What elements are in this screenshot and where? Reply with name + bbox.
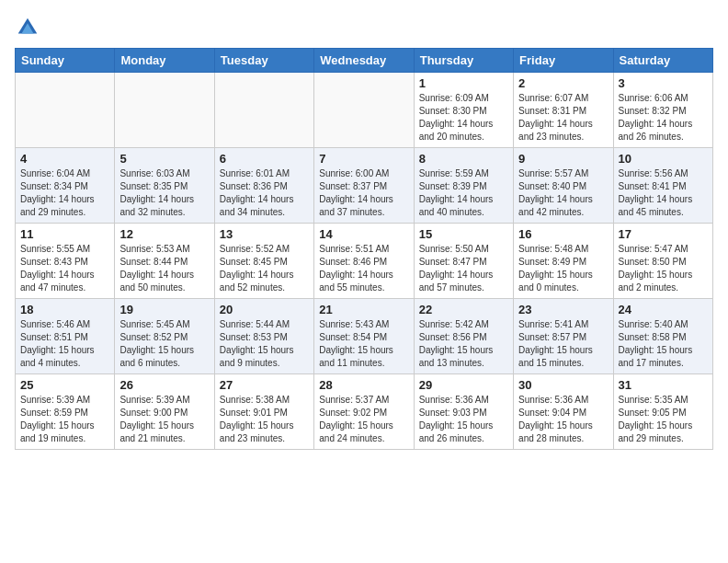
day-info: Sunrise: 6:01 AM Sunset: 8:36 PM Dayligh… [220, 167, 309, 219]
calendar-week: 1Sunrise: 6:09 AM Sunset: 8:30 PM Daylig… [16, 73, 713, 148]
day-info: Sunrise: 5:50 AM Sunset: 8:47 PM Dayligh… [419, 243, 508, 294]
day-number: 3 [619, 76, 708, 90]
calendar-cell [16, 73, 115, 148]
calendar-cell: 20Sunrise: 5:44 AM Sunset: 8:53 PM Dayli… [214, 299, 313, 374]
day-info: Sunrise: 5:40 AM Sunset: 8:58 PM Dayligh… [619, 318, 708, 370]
day-number: 5 [119, 152, 209, 166]
calendar-cell: 5Sunrise: 6:03 AM Sunset: 8:35 PM Daylig… [115, 148, 214, 224]
day-number: 29 [419, 378, 508, 392]
calendar-week: 4Sunrise: 6:04 AM Sunset: 8:34 PM Daylig… [16, 148, 713, 224]
calendar-cell: 16Sunrise: 5:48 AM Sunset: 8:49 PM Dayli… [514, 224, 613, 299]
day-info: Sunrise: 5:48 AM Sunset: 8:49 PM Dayligh… [518, 243, 608, 294]
day-number: 22 [419, 303, 508, 316]
day-number: 25 [20, 378, 109, 392]
day-number: 16 [518, 227, 608, 241]
day-info: Sunrise: 6:00 AM Sunset: 8:37 PM Dayligh… [319, 167, 408, 219]
logo-icon [15, 15, 40, 40]
calendar-cell: 10Sunrise: 5:56 AM Sunset: 8:41 PM Dayli… [613, 148, 712, 224]
day-info: Sunrise: 5:51 AM Sunset: 8:46 PM Dayligh… [319, 243, 408, 294]
day-info: Sunrise: 5:37 AM Sunset: 9:02 PM Dayligh… [319, 394, 408, 445]
weekday-header: Friday [514, 49, 613, 73]
day-number: 11 [20, 227, 109, 241]
page-header [15, 15, 713, 40]
calendar-cell: 14Sunrise: 5:51 AM Sunset: 8:46 PM Dayli… [314, 224, 414, 299]
day-number: 6 [220, 152, 309, 166]
day-number: 4 [20, 152, 109, 166]
calendar-cell: 13Sunrise: 5:52 AM Sunset: 8:45 PM Dayli… [214, 224, 313, 299]
day-info: Sunrise: 5:39 AM Sunset: 8:59 PM Dayligh… [20, 394, 109, 445]
day-info: Sunrise: 5:56 AM Sunset: 8:41 PM Dayligh… [619, 167, 708, 219]
day-number: 31 [619, 378, 708, 392]
calendar-cell: 9Sunrise: 5:57 AM Sunset: 8:40 PM Daylig… [514, 148, 613, 224]
calendar-cell: 3Sunrise: 6:06 AM Sunset: 8:32 PM Daylig… [613, 73, 712, 148]
calendar-cell: 30Sunrise: 5:36 AM Sunset: 9:04 PM Dayli… [514, 374, 613, 450]
day-number: 10 [619, 152, 708, 166]
calendar-cell: 18Sunrise: 5:46 AM Sunset: 8:51 PM Dayli… [16, 299, 115, 374]
calendar-cell: 25Sunrise: 5:39 AM Sunset: 8:59 PM Dayli… [16, 374, 115, 450]
day-number: 30 [518, 378, 608, 392]
day-info: Sunrise: 5:39 AM Sunset: 9:00 PM Dayligh… [119, 394, 209, 445]
day-number: 9 [518, 152, 608, 166]
day-info: Sunrise: 6:03 AM Sunset: 8:35 PM Dayligh… [119, 167, 209, 219]
day-number: 23 [518, 303, 608, 316]
day-info: Sunrise: 5:35 AM Sunset: 9:05 PM Dayligh… [619, 394, 708, 445]
calendar-cell: 17Sunrise: 5:47 AM Sunset: 8:50 PM Dayli… [613, 224, 712, 299]
calendar-cell: 26Sunrise: 5:39 AM Sunset: 9:00 PM Dayli… [115, 374, 214, 450]
day-info: Sunrise: 5:43 AM Sunset: 8:54 PM Dayligh… [319, 318, 408, 370]
day-info: Sunrise: 5:57 AM Sunset: 8:40 PM Dayligh… [518, 167, 608, 219]
calendar-cell [214, 73, 313, 148]
calendar-cell: 12Sunrise: 5:53 AM Sunset: 8:44 PM Dayli… [115, 224, 214, 299]
day-number: 8 [419, 152, 508, 166]
day-info: Sunrise: 5:55 AM Sunset: 8:43 PM Dayligh… [20, 243, 109, 294]
day-number: 14 [319, 227, 408, 241]
calendar-cell: 29Sunrise: 5:36 AM Sunset: 9:03 PM Dayli… [414, 374, 513, 450]
day-number: 19 [119, 303, 209, 316]
calendar-week: 11Sunrise: 5:55 AM Sunset: 8:43 PM Dayli… [16, 224, 713, 299]
day-number: 17 [619, 227, 708, 241]
logo [15, 15, 44, 40]
day-info: Sunrise: 5:47 AM Sunset: 8:50 PM Dayligh… [619, 243, 708, 294]
day-number: 13 [220, 227, 309, 241]
day-number: 20 [220, 303, 309, 316]
day-info: Sunrise: 6:09 AM Sunset: 8:30 PM Dayligh… [419, 92, 508, 144]
calendar-cell: 11Sunrise: 5:55 AM Sunset: 8:43 PM Dayli… [16, 224, 115, 299]
day-number: 21 [319, 303, 408, 316]
calendar-cell: 15Sunrise: 5:50 AM Sunset: 8:47 PM Dayli… [414, 224, 513, 299]
calendar-cell: 7Sunrise: 6:00 AM Sunset: 8:37 PM Daylig… [314, 148, 414, 224]
calendar-cell: 19Sunrise: 5:45 AM Sunset: 8:52 PM Dayli… [115, 299, 214, 374]
calendar-cell: 22Sunrise: 5:42 AM Sunset: 8:56 PM Dayli… [414, 299, 513, 374]
calendar-cell: 2Sunrise: 6:07 AM Sunset: 8:31 PM Daylig… [514, 73, 613, 148]
day-info: Sunrise: 5:59 AM Sunset: 8:39 PM Dayligh… [419, 167, 508, 219]
day-info: Sunrise: 6:04 AM Sunset: 8:34 PM Dayligh… [20, 167, 109, 219]
day-number: 27 [220, 378, 309, 392]
calendar-cell: 24Sunrise: 5:40 AM Sunset: 8:58 PM Dayli… [613, 299, 712, 374]
day-number: 12 [119, 227, 209, 241]
day-info: Sunrise: 5:46 AM Sunset: 8:51 PM Dayligh… [20, 318, 109, 370]
calendar-cell: 6Sunrise: 6:01 AM Sunset: 8:36 PM Daylig… [214, 148, 313, 224]
calendar-cell: 31Sunrise: 5:35 AM Sunset: 9:05 PM Dayli… [613, 374, 712, 450]
day-info: Sunrise: 5:38 AM Sunset: 9:01 PM Dayligh… [220, 394, 309, 445]
calendar-cell: 8Sunrise: 5:59 AM Sunset: 8:39 PM Daylig… [414, 148, 513, 224]
calendar-cell: 4Sunrise: 6:04 AM Sunset: 8:34 PM Daylig… [16, 148, 115, 224]
day-info: Sunrise: 5:44 AM Sunset: 8:53 PM Dayligh… [220, 318, 309, 370]
calendar-cell: 21Sunrise: 5:43 AM Sunset: 8:54 PM Dayli… [314, 299, 414, 374]
calendar-cell: 1Sunrise: 6:09 AM Sunset: 8:30 PM Daylig… [414, 73, 513, 148]
day-info: Sunrise: 5:42 AM Sunset: 8:56 PM Dayligh… [419, 318, 508, 370]
weekday-header: Wednesday [314, 49, 414, 73]
day-number: 7 [319, 152, 408, 166]
day-info: Sunrise: 5:45 AM Sunset: 8:52 PM Dayligh… [119, 318, 209, 370]
day-number: 1 [419, 76, 508, 90]
weekday-header: Monday [115, 49, 214, 73]
calendar-week: 18Sunrise: 5:46 AM Sunset: 8:51 PM Dayli… [16, 299, 713, 374]
weekday-header: Saturday [613, 49, 712, 73]
calendar-cell: 23Sunrise: 5:41 AM Sunset: 8:57 PM Dayli… [514, 299, 613, 374]
day-number: 2 [518, 76, 608, 90]
day-info: Sunrise: 5:41 AM Sunset: 8:57 PM Dayligh… [518, 318, 608, 370]
day-info: Sunrise: 5:36 AM Sunset: 9:03 PM Dayligh… [419, 394, 508, 445]
day-info: Sunrise: 5:53 AM Sunset: 8:44 PM Dayligh… [119, 243, 209, 294]
calendar-week: 25Sunrise: 5:39 AM Sunset: 8:59 PM Dayli… [16, 374, 713, 450]
calendar-table: SundayMondayTuesdayWednesdayThursdayFrid… [15, 48, 713, 450]
day-number: 15 [419, 227, 508, 241]
day-info: Sunrise: 5:52 AM Sunset: 8:45 PM Dayligh… [220, 243, 309, 294]
calendar-cell: 27Sunrise: 5:38 AM Sunset: 9:01 PM Dayli… [214, 374, 313, 450]
